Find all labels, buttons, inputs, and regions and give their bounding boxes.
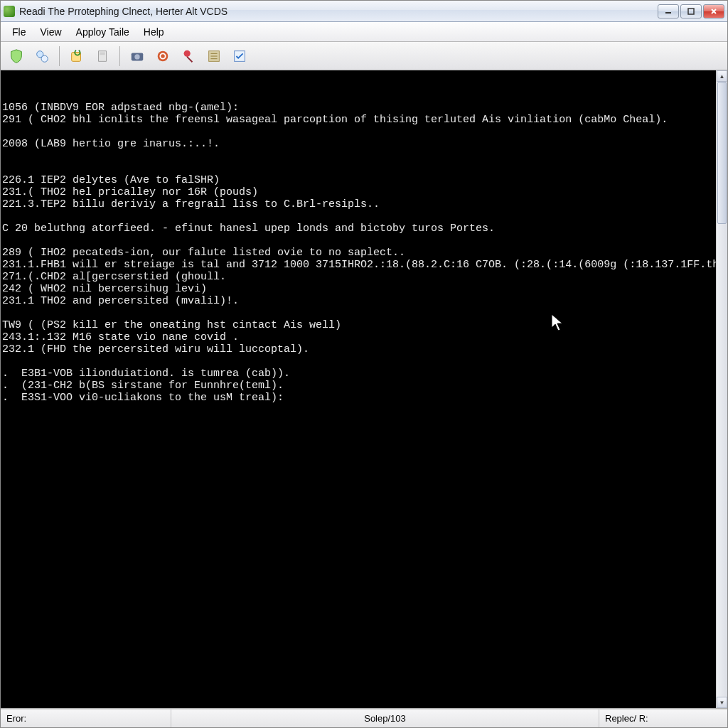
toolbar-separator xyxy=(119,46,120,66)
status-left: Eror: xyxy=(1,710,171,727)
console-line: 231.1.FHB1 will er streiage is tal and 3… xyxy=(2,259,714,271)
svg-point-7 xyxy=(158,50,168,61)
vertical-scrollbar[interactable]: ▲ ▼ xyxy=(716,70,727,708)
console-line xyxy=(2,307,714,319)
menu-file[interactable]: Fle xyxy=(5,24,33,40)
menu-help[interactable]: Help xyxy=(136,24,171,40)
titlebar: Readi The Prrotephing Clnect, Herter Alt… xyxy=(1,1,727,22)
console-line: 243.1:.132 M16 state vio nane covid . xyxy=(2,331,714,343)
console-line xyxy=(2,150,714,162)
console-line xyxy=(2,162,714,174)
list-icon[interactable] xyxy=(203,45,225,68)
console-line xyxy=(2,235,714,247)
toolbar xyxy=(1,42,727,70)
svg-point-8 xyxy=(184,50,191,56)
svg-rect-4 xyxy=(100,52,105,55)
drive-icon[interactable] xyxy=(91,45,114,68)
menu-apply[interactable]: Apploy Taile xyxy=(69,24,136,40)
console-line: 242 ( WHO2 nil bercersihug levi) xyxy=(2,283,714,295)
status-center: Solep/103 xyxy=(171,710,599,727)
menubar: Fle View Apploy Taile Help xyxy=(1,22,727,42)
console-line: 231.1 THO2 and percersited (mvalil)!. xyxy=(2,295,714,307)
scroll-thumb[interactable] xyxy=(717,82,727,224)
window-title: Readi The Prrotephing Clnect, Herter Alt… xyxy=(19,6,658,17)
console-line: . E3S1-VOO vi0-ucliakons to the usM trea… xyxy=(2,392,714,404)
toolbar-separator xyxy=(59,46,60,66)
scroll-track[interactable] xyxy=(717,82,727,697)
console-line: 289 ( IHO2 pecateds-ion, our falute list… xyxy=(2,247,714,259)
statusbar: Eror: Solep/103 Replec/ R: xyxy=(1,709,727,727)
window-buttons xyxy=(658,4,724,18)
svg-point-6 xyxy=(134,54,139,59)
minimize-button[interactable] xyxy=(658,4,679,18)
console-line: 221.3.TEP2 billu deriviy a fregrail liss… xyxy=(2,198,714,210)
console-line: 231.( THO2 hel pricalley nor 16R (pouds) xyxy=(2,186,714,198)
app-icon xyxy=(4,6,15,17)
svg-point-2 xyxy=(41,55,48,62)
console-line: 1056 (INBDV9 EOR adpstaed nbg-(amel): xyxy=(2,102,714,114)
check-sheet-icon[interactable] xyxy=(228,45,251,68)
pin-icon[interactable] xyxy=(177,45,200,68)
console-output: 1056 (INBDV9 EOR adpstaed nbg-(amel):291… xyxy=(1,70,716,708)
console-line: 232.1 (FHD the percersited wiru will luc… xyxy=(2,343,714,355)
shield-icon[interactable] xyxy=(5,45,28,68)
console-line: 2008 (LAB9 hertio gre inarus.:..!. xyxy=(2,138,714,150)
camera-icon[interactable] xyxy=(126,45,149,68)
console-line: C 20 beluthng atorfieed. - efinut hanesl… xyxy=(2,223,714,235)
disk-refresh-icon[interactable] xyxy=(65,45,88,68)
close-button[interactable] xyxy=(703,4,724,18)
sync-icon[interactable] xyxy=(151,45,174,68)
console-line: . (231-CH2 b(BS sirstane for Eunnhre(tem… xyxy=(2,380,714,392)
scroll-down-icon[interactable]: ▼ xyxy=(717,697,727,708)
plugin-icon[interactable] xyxy=(31,45,53,68)
console-line: 226.1 IEP2 delytes (Ave to falSHR) xyxy=(2,174,714,186)
console-line: 271.(.CHD2 al[gercserstied (ghoull. xyxy=(2,271,714,283)
console-line xyxy=(2,210,714,223)
console-line xyxy=(2,355,714,368)
svg-rect-0 xyxy=(688,9,694,14)
status-right: Replec/ R: xyxy=(599,710,727,727)
scroll-up-icon[interactable]: ▲ xyxy=(717,70,727,82)
console-line: 291 ( CHO2 bhl icnlits the freensl wasag… xyxy=(2,114,714,126)
maximize-button[interactable] xyxy=(680,4,702,18)
console-line xyxy=(2,126,714,138)
console-line: . E3B1-VOB ilionduiationd. is tumrea (ca… xyxy=(2,368,714,380)
console-line: TW9 ( (PS2 kill er the oneating hst cint… xyxy=(2,319,714,331)
menu-view[interactable]: View xyxy=(33,24,68,40)
